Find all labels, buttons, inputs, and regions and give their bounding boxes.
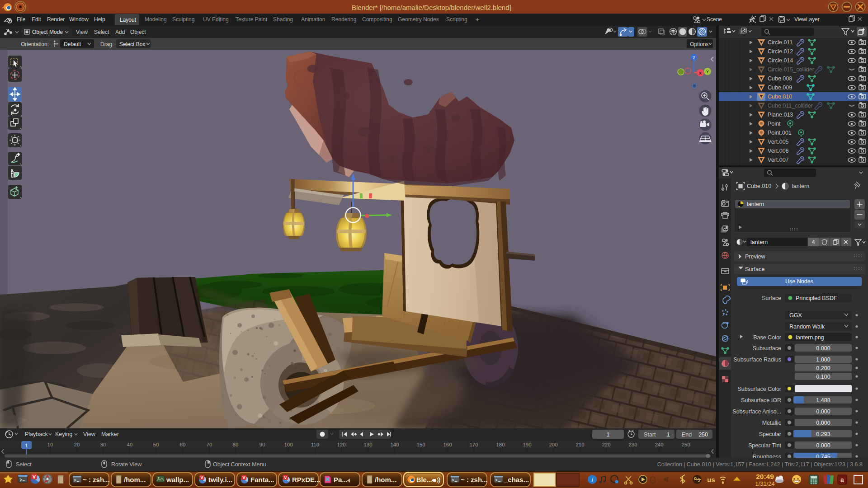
svg-text:Keying: Keying — [55, 431, 72, 437]
svg-text:50: 50 — [153, 442, 159, 447]
svg-text:220: 220 — [602, 442, 610, 447]
svg-text:Collection | Cube.010 | Verts:: Collection | Cube.010 | Verts:1,157 | Fa… — [657, 461, 863, 468]
svg-text:0.000: 0.000 — [816, 408, 830, 415]
svg-text:i: i — [591, 476, 593, 483]
svg-text:Circle.015_collider: Circle.015_collider — [768, 66, 814, 73]
svg-text:Rotate View: Rotate View — [111, 461, 142, 468]
svg-text:Roughness: Roughness — [753, 454, 781, 458]
svg-text:Circle.014: Circle.014 — [768, 57, 793, 64]
svg-text:180: 180 — [496, 442, 505, 447]
svg-text:Ble...: Ble... — [416, 476, 432, 483]
svg-text:1: 1 — [667, 432, 670, 438]
svg-text:lantern.png: lantern.png — [796, 334, 824, 341]
svg-text:190: 190 — [523, 442, 531, 447]
svg-text:40: 40 — [127, 442, 133, 447]
svg-text:0.200: 0.200 — [816, 365, 830, 371]
svg-text:1: 1 — [25, 443, 28, 448]
svg-text:wallp...: wallp... — [166, 476, 189, 483]
svg-text:Subsurface Color: Subsurface Color — [737, 386, 781, 392]
svg-text:Object Context Menu: Object Context Menu — [213, 461, 266, 468]
svg-text:Surface: Surface — [745, 266, 764, 272]
svg-text:Principled BSDF: Principled BSDF — [796, 295, 837, 301]
svg-text:~ : zsh...: ~ : zsh... — [83, 476, 110, 483]
svg-text:/hom...: /hom... — [124, 476, 146, 483]
svg-text:0.000: 0.000 — [816, 345, 830, 352]
svg-text:Subsurface Aniso...: Subsurface Aniso... — [732, 408, 781, 415]
svg-text:240: 240 — [655, 442, 663, 447]
svg-text:170: 170 — [469, 442, 478, 447]
svg-text:lantern: lantern — [792, 183, 809, 189]
svg-text:210: 210 — [576, 442, 584, 447]
svg-text:Metallic: Metallic — [762, 420, 781, 426]
svg-text:90: 90 — [259, 442, 265, 447]
svg-text:0.100: 0.100 — [816, 374, 830, 380]
svg-text:Circle.012: Circle.012 — [768, 48, 793, 55]
svg-text:Vert.006: Vert.006 — [768, 148, 789, 154]
svg-text:100: 100 — [284, 442, 292, 447]
svg-text:0.000: 0.000 — [816, 420, 830, 426]
svg-text:Subsurface Radius: Subsurface Radius — [733, 357, 781, 363]
svg-text:130: 130 — [363, 442, 372, 447]
svg-text:1.488: 1.488 — [816, 397, 830, 404]
svg-text:10: 10 — [47, 442, 53, 447]
svg-text:150: 150 — [416, 442, 425, 447]
svg-text:Cube.011_collider: Cube.011_collider — [768, 103, 813, 109]
svg-text:Circle.011: Circle.011 — [768, 39, 793, 46]
svg-text:Random Walk: Random Walk — [789, 324, 825, 330]
svg-text:Pa...: Pa... — [334, 476, 348, 483]
svg-text:V: V — [242, 475, 245, 480]
svg-text:Use Nodes: Use Nodes — [785, 278, 813, 285]
svg-text:Start: Start — [644, 432, 656, 438]
svg-text:lantern: lantern — [747, 201, 764, 207]
svg-text:End: End — [682, 432, 692, 438]
svg-text:1.000: 1.000 — [816, 357, 830, 363]
svg-text:0.000: 0.000 — [816, 442, 830, 449]
svg-text:Point.001: Point.001 — [768, 130, 792, 136]
svg-text:4: 4 — [812, 239, 815, 245]
svg-text:Vert.005: Vert.005 — [768, 139, 789, 145]
svg-text:~ : zsh...: ~ : zsh... — [461, 476, 488, 483]
svg-text:X: X — [699, 71, 702, 75]
svg-text:110: 110 — [311, 442, 319, 447]
svg-text:Vert.007: Vert.007 — [768, 157, 789, 163]
svg-text:_chas...: _chas... — [504, 476, 529, 483]
svg-text:Surface: Surface — [762, 295, 781, 301]
svg-text:Point: Point — [768, 121, 781, 127]
svg-text:60: 60 — [180, 442, 186, 447]
svg-text:Cube.008: Cube.008 — [768, 75, 792, 82]
svg-text:Cube.010: Cube.010 — [768, 94, 792, 100]
svg-text:Playback: Playback — [25, 431, 48, 437]
svg-text:Subsurface: Subsurface — [753, 345, 781, 352]
svg-text:lantern: lantern — [750, 239, 768, 245]
svg-text:Cube.010: Cube.010 — [747, 183, 771, 189]
svg-text:V: V — [200, 475, 203, 480]
svg-text:a: a — [840, 476, 844, 483]
svg-text:Specular: Specular — [759, 431, 781, 437]
svg-text:View: View — [83, 431, 96, 437]
svg-text:Preview: Preview — [745, 253, 765, 260]
svg-text:0.293: 0.293 — [816, 431, 830, 437]
svg-text:Marker: Marker — [101, 431, 119, 437]
svg-text:1/31/24: 1/31/24 — [755, 480, 774, 487]
svg-text:us: us — [707, 476, 715, 483]
svg-text:V: V — [33, 474, 36, 479]
svg-text:1: 1 — [607, 432, 610, 438]
svg-text:V: V — [284, 475, 287, 480]
svg-text:120: 120 — [337, 442, 345, 447]
svg-text:0.745: 0.745 — [816, 454, 830, 458]
svg-text:Cube.009: Cube.009 — [768, 84, 792, 91]
svg-text:140: 140 — [390, 442, 399, 447]
svg-text:Specular Tint: Specular Tint — [748, 442, 781, 449]
svg-text:twily.i...: twily.i... — [208, 476, 232, 483]
svg-text:/hom...: /hom... — [375, 476, 396, 483]
svg-text:Subsurface IOR: Subsurface IOR — [741, 397, 781, 404]
svg-text:Z: Z — [693, 56, 695, 60]
svg-text:230: 230 — [628, 442, 637, 447]
svg-text:250: 250 — [681, 442, 690, 447]
svg-text:200: 200 — [549, 442, 557, 447]
svg-text:160: 160 — [443, 442, 452, 447]
svg-text:Select: Select — [16, 461, 32, 468]
svg-text:RPxDE...: RPxDE... — [292, 476, 321, 483]
svg-text:Base Color: Base Color — [753, 334, 781, 341]
svg-text:Plane.013: Plane.013 — [768, 112, 793, 118]
